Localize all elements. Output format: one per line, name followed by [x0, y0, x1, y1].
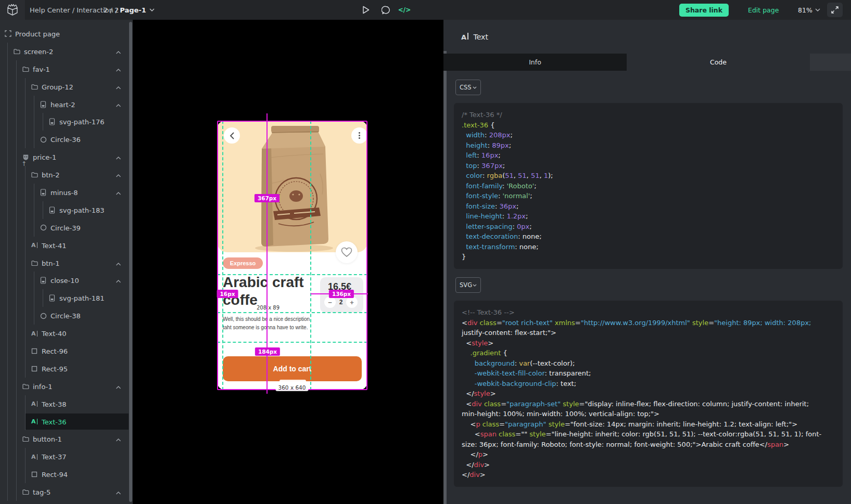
fullscreen-button[interactable]	[827, 3, 843, 17]
add-to-cart-button[interactable]: Add to cart	[223, 356, 362, 381]
product-page-frame[interactable]: Expresso Arabic craft coffe 16.5€ − 2 + …	[217, 121, 367, 390]
product-description[interactable]: Well, this should be a nice description …	[223, 315, 310, 331]
layer-row-text-37[interactable]: AText-37	[0, 448, 129, 466]
layer-row-rect-95[interactable]: Rect-95	[0, 360, 129, 378]
layer-label: Circle-39	[50, 224, 81, 231]
layer-row-group-12[interactable]: Group-12	[0, 78, 129, 96]
layer-row-fav-1[interactable]: fav-1	[0, 60, 129, 78]
layer-label: Text-41	[42, 241, 67, 249]
chevron-up-icon[interactable]	[116, 434, 121, 444]
layer-row-button-1[interactable]: button-1	[0, 430, 129, 448]
rect-icon	[31, 365, 38, 372]
circle-icon	[40, 312, 47, 319]
coffee-bag-image[interactable]	[242, 122, 346, 253]
tabbar-stub	[810, 54, 851, 71]
layer-row-circle-39[interactable]: Circle-39	[0, 219, 129, 237]
layer-row-rect-96[interactable]: Rect-96	[0, 342, 129, 360]
folder-icon	[22, 66, 29, 73]
layer-row-svg-path-176[interactable]: svg-path-176	[0, 113, 129, 131]
layer-row-info-1[interactable]: info-1	[0, 378, 129, 395]
layer-label: svg-path-176	[59, 118, 104, 126]
layer-row-close-10[interactable]: close-10	[0, 272, 129, 289]
layer-label: close-10	[50, 277, 79, 285]
layer-row-text-36[interactable]: AText-36	[0, 413, 129, 431]
layer-row-minus-8[interactable]: minus-8	[0, 184, 129, 201]
layer-label: Text-40	[42, 330, 67, 338]
layer-row-circle-36[interactable]: Circle-36	[0, 131, 129, 148]
chevron-up-icon[interactable]	[116, 64, 121, 74]
share-link-button[interactable]: Share link	[679, 4, 729, 17]
rect-icon	[31, 471, 38, 478]
home-indicator	[280, 380, 306, 382]
zoom-control[interactable]: 81%	[798, 0, 820, 20]
layer-row-btn-2[interactable]: btn-2↑	[0, 166, 129, 184]
product-hero-background[interactable]	[217, 121, 367, 252]
canvas[interactable]: Expresso Arabic craft coffe 16.5€ − 2 + …	[133, 20, 443, 504]
layer-row-rect-94[interactable]: Rect-94	[0, 466, 129, 483]
screen-size-label: 360 x 640	[276, 384, 309, 391]
layer-row-circle-38[interactable]: Circle-38	[0, 307, 129, 325]
svg-file-icon	[40, 189, 47, 196]
text-icon: A	[31, 418, 38, 425]
css-format-select[interactable]: CSS	[455, 80, 481, 95]
layer-row-tag-5[interactable]: tag-5	[0, 483, 129, 501]
sidebar-scrollbar[interactable]	[129, 22, 132, 502]
text-icon: A	[31, 330, 38, 337]
more-options-button[interactable]	[351, 127, 367, 144]
code-mode-button[interactable]: </>	[396, 0, 413, 20]
layer-label: btn-2	[42, 171, 60, 179]
chevron-up-icon[interactable]	[116, 258, 121, 268]
layer-row-heart-2[interactable]: heart-2	[0, 96, 129, 113]
layer-label: minus-8	[50, 188, 78, 196]
chevron-up-icon[interactable]	[116, 187, 121, 197]
css-code-block[interactable]: /* Text-36 */.text-36 { width: 208px; he…	[454, 103, 843, 269]
layer-row-text-41[interactable]: AText-41	[0, 237, 129, 254]
edit-page-link[interactable]: Edit page	[748, 0, 779, 20]
breadcrumb[interactable]: Help Center / Interaction / Page-1	[30, 0, 155, 20]
layer-row-screen-2[interactable]: screen-2	[0, 43, 129, 60]
quantity-minus-button[interactable]: −	[324, 296, 336, 308]
layer-label: Rect-95	[42, 365, 68, 372]
text-icon: A	[31, 242, 38, 249]
chevron-up-icon[interactable]	[116, 487, 121, 497]
chevron-left-icon	[230, 132, 234, 139]
comment-icon	[382, 6, 390, 15]
chevron-up-icon[interactable]	[116, 381, 121, 391]
layer-label: screen-2	[24, 47, 53, 55]
measurement-label: 184px	[255, 347, 280, 356]
chevron-up-icon[interactable]	[116, 152, 121, 162]
layer-label: Circle-38	[50, 312, 81, 320]
tab-info[interactable]: Info	[443, 54, 627, 71]
layer-row-btn-1[interactable]: btn-1	[0, 254, 129, 272]
layer-row-svg-path-181[interactable]: svg-path-181	[0, 289, 129, 307]
layer-label: Rect-96	[42, 347, 68, 355]
layer-row-text-38[interactable]: AText-38	[0, 395, 129, 413]
logo-icon	[6, 3, 19, 17]
quantity-plus-button[interactable]: +	[346, 296, 358, 308]
svg-format-select[interactable]: SVG	[455, 277, 481, 293]
chevron-up-icon[interactable]	[116, 170, 121, 180]
layer-row-svg-path-183[interactable]: svg-path-183	[0, 201, 129, 219]
layer-tree: Product pagescreen-2fav-1Group-12heart-2…	[0, 25, 129, 501]
svg-file-icon	[48, 206, 56, 214]
chevron-up-icon[interactable]	[116, 46, 121, 56]
measurement-label: 367px	[255, 194, 280, 202]
chevron-up-icon[interactable]	[116, 82, 121, 92]
svg-code-block[interactable]: <!-- Text-36 --><div class="root rich-te…	[454, 301, 843, 487]
layer-row-text-40[interactable]: AText-40	[0, 325, 129, 342]
back-button[interactable]	[224, 127, 240, 144]
chevron-up-icon[interactable]	[116, 276, 121, 286]
play-button[interactable]	[357, 0, 375, 20]
mask-icon	[22, 153, 29, 161]
product-tag[interactable]: Expresso	[223, 257, 263, 269]
comment-button[interactable]	[377, 0, 395, 20]
layer-row-product page[interactable]: Product page	[0, 25, 129, 43]
layer-row-price-1[interactable]: price-1	[0, 148, 129, 166]
svg-file-icon	[48, 118, 56, 125]
app-logo[interactable]	[0, 0, 25, 20]
tab-code[interactable]: Code	[627, 54, 810, 71]
chevron-up-icon[interactable]	[116, 99, 121, 109]
panel-scrollbar[interactable]	[443, 51, 447, 504]
favorite-button[interactable]	[336, 241, 358, 263]
heart-icon	[341, 247, 352, 257]
